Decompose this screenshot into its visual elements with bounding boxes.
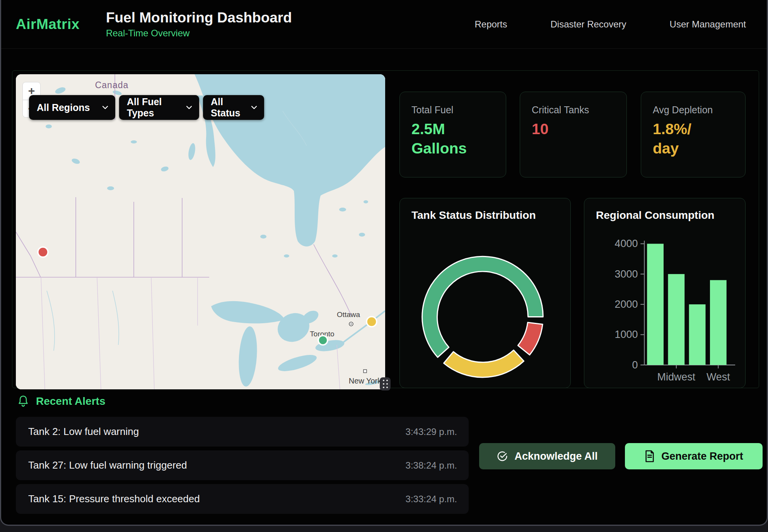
check-circle-icon bbox=[497, 450, 508, 462]
map-filter-bar: All Regions All Fuel Types All Status bbox=[29, 95, 264, 120]
status-dropdown[interactable]: All Status bbox=[203, 95, 264, 120]
y-tick-label: 0 bbox=[632, 359, 638, 371]
x-tick-label: West bbox=[707, 371, 730, 383]
regional-consumption-bar-chart: 01000200030004000MidwestWest bbox=[584, 198, 745, 388]
map-canvas: Canada Ottawa Toronto New York bbox=[16, 74, 385, 389]
alert-text: Tank 15: Pressure threshold exceeded bbox=[28, 493, 200, 505]
chevron-down-icon bbox=[102, 106, 108, 109]
y-tick-label: 1000 bbox=[615, 329, 638, 341]
tank-status-card: Tank Status Distribution bbox=[399, 198, 571, 388]
tank-status-donut-chart bbox=[400, 198, 570, 388]
bar-region-1 bbox=[668, 274, 684, 365]
alert-row: Tank 27: Low fuel warning triggered 3:38… bbox=[16, 450, 469, 480]
chevron-down-icon bbox=[251, 106, 257, 109]
alert-time: 3:43:29 p.m. bbox=[406, 426, 457, 437]
nav-reports[interactable]: Reports bbox=[474, 19, 507, 30]
page-subtitle: Real-Time Overview bbox=[106, 28, 292, 39]
alerts-title: Recent Alerts bbox=[36, 395, 105, 408]
map-label-ottawa: Ottawa bbox=[337, 310, 360, 319]
brand-logo: AirMatrix bbox=[16, 16, 80, 32]
stat-card-total-fuel: Total Fuel 2.5MGallons bbox=[399, 92, 506, 177]
dashboard-window: AirMatrix Fuel Monitoring Dashboard Real… bbox=[0, 0, 768, 526]
donut-segment-warning bbox=[444, 350, 524, 377]
y-tick-label: 2000 bbox=[615, 298, 638, 310]
stat-value: 2.5MGallons bbox=[411, 119, 494, 158]
stat-value: 10 bbox=[532, 119, 615, 139]
map-label-new-york: New York bbox=[349, 377, 382, 385]
new-york-city-symbol bbox=[364, 370, 367, 373]
generate-report-button[interactable]: Generate Report bbox=[625, 443, 763, 469]
regions-dropdown[interactable]: All Regions bbox=[29, 95, 115, 120]
map-resize-handle[interactable] bbox=[380, 377, 391, 390]
generate-report-label: Generate Report bbox=[661, 450, 743, 462]
main-nav: Reports Disaster Recovery User Managemen… bbox=[474, 19, 746, 30]
alert-time: 3:38:24 p.m. bbox=[406, 460, 457, 471]
nav-disaster-recovery[interactable]: Disaster Recovery bbox=[551, 19, 626, 30]
x-tick-label: Midwest bbox=[657, 371, 696, 383]
stat-card-avg-depletion: Avg Depletion 1.8%/day bbox=[641, 92, 746, 177]
regions-dropdown-value: All Regions bbox=[37, 102, 90, 113]
ottawa-city-dot bbox=[350, 323, 352, 324]
acknowledge-all-label: Acknowledge All bbox=[514, 450, 597, 462]
bar-region-2 bbox=[689, 304, 706, 365]
map-label-canada: Canada bbox=[95, 80, 129, 90]
alert-time: 3:33:24 p.m. bbox=[406, 494, 457, 505]
tank-marker-normal[interactable] bbox=[318, 336, 328, 345]
regional-consumption-card: Regional Consumption 01000200030004000Mi… bbox=[584, 198, 746, 388]
alert-row: Tank 15: Pressure threshold exceeded 3:3… bbox=[16, 484, 469, 514]
nav-user-management[interactable]: User Management bbox=[670, 19, 746, 30]
header: AirMatrix Fuel Monitoring Dashboard Real… bbox=[1, 0, 767, 49]
bell-icon bbox=[17, 395, 29, 408]
page-title: Fuel Monitoring Dashboard bbox=[106, 10, 292, 26]
stat-label: Total Fuel bbox=[411, 104, 494, 116]
acknowledge-all-button[interactable]: Acknowledge All bbox=[479, 443, 615, 469]
chevron-down-icon bbox=[186, 106, 192, 109]
status-dropdown-value: All Status bbox=[211, 96, 246, 119]
y-tick-label: 3000 bbox=[615, 268, 638, 280]
fuel-types-dropdown-value: All Fuel Types bbox=[127, 96, 181, 119]
donut-segment-critical bbox=[518, 322, 543, 355]
tank-marker-warning[interactable] bbox=[367, 317, 377, 327]
stat-label: Critical Tanks bbox=[532, 104, 615, 116]
bar-region-0 bbox=[647, 244, 664, 365]
bar-region-3 bbox=[710, 280, 727, 365]
alert-row: Tank 2: Low fuel warning 3:43:29 p.m. bbox=[16, 417, 469, 447]
fuel-types-dropdown[interactable]: All Fuel Types bbox=[119, 95, 199, 120]
alerts-header: Recent Alerts bbox=[17, 395, 105, 408]
stat-card-critical-tanks: Critical Tanks 10 bbox=[520, 92, 627, 177]
y-tick-label: 4000 bbox=[615, 238, 638, 249]
tank-marker-critical[interactable] bbox=[38, 247, 48, 257]
fuel-map[interactable]: Canada Ottawa Toronto New York + − All R… bbox=[16, 74, 385, 389]
alert-text: Tank 27: Low fuel warning triggered bbox=[28, 459, 187, 471]
document-icon bbox=[644, 450, 655, 462]
alert-text: Tank 2: Low fuel warning bbox=[28, 426, 139, 438]
stat-value: 1.8%/day bbox=[653, 119, 734, 158]
title-block: Fuel Monitoring Dashboard Real-Time Over… bbox=[106, 10, 292, 39]
stat-label: Avg Depletion bbox=[653, 104, 734, 116]
